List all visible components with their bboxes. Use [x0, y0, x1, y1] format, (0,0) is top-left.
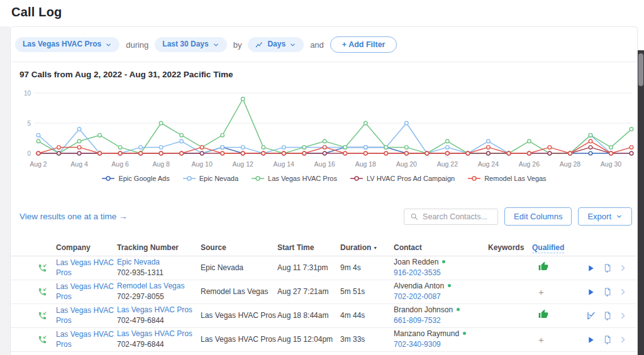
toolbar-right: Edit Columns Export [404, 207, 632, 226]
table-header-row: CompanyTracking NumberSourceStart TimeDu… [11, 239, 637, 256]
company-link[interactable]: Las Vegas HVAC Pros [56, 258, 117, 278]
sort-descending-icon: ▼ [373, 246, 377, 250]
search-contacts-input[interactable] [423, 212, 495, 221]
tracking-name-link[interactable]: Las Vegas HVAC Pros [117, 305, 201, 315]
legend-item-epic-nevada[interactable]: Epic Nevada [182, 175, 238, 182]
date-range-dropdown[interactable]: Last 30 Days [155, 37, 226, 52]
play-recording-icon[interactable] [586, 263, 596, 273]
left-gutter [0, 26, 10, 355]
svg-text:Aug 28: Aug 28 [560, 160, 580, 168]
date-range-value: Last 30 Days [162, 40, 208, 48]
play-recording-icon[interactable] [586, 287, 596, 297]
svg-text:Aug 22: Aug 22 [437, 160, 458, 168]
svg-text:Aug 12: Aug 12 [233, 160, 253, 168]
transcript-icon[interactable] [602, 263, 612, 273]
source-cell: Las Vegas HVAC Pros [201, 311, 277, 321]
column-header-duration[interactable]: Duration▼ [340, 243, 394, 252]
table-row[interactable]: Las Vegas HVAC Pros Epic Nevada 702-935-… [11, 256, 637, 280]
results-toolbar: View results one at a time → Edit Column… [19, 207, 632, 226]
granularity-dropdown[interactable]: Days [248, 37, 304, 52]
row-actions [586, 335, 637, 345]
tracking-name-link[interactable]: Remodel Las Vegas [117, 281, 201, 292]
tracking-name-link[interactable]: Epic Nevada [117, 258, 201, 268]
played-recording-icon[interactable] [586, 310, 596, 321]
column-header-contact[interactable]: Contact [394, 243, 488, 252]
legend-item-epic-google-ads[interactable]: Epic Google Ads [101, 175, 169, 182]
open-detail-chevron-icon[interactable] [619, 288, 627, 296]
legend-label: Remodel Las Vegas [484, 175, 546, 182]
mark-qualified-button[interactable]: + [538, 287, 544, 297]
scrollbar-thumb[interactable] [638, 53, 643, 86]
table-row[interactable]: Las Vegas HVAC Pros Las Vegas HVAC Pros … [11, 304, 637, 328]
add-filter-button[interactable]: + Add Filter [330, 36, 397, 53]
column-header-keywords[interactable]: Keywords [488, 243, 532, 252]
duration-cell: 3m 33s [340, 335, 394, 345]
svg-text:Aug 30: Aug 30 [601, 160, 621, 168]
call-log-table: CompanyTracking NumberSourceStart TimeDu… [11, 239, 637, 352]
svg-text:Aug 4: Aug 4 [70, 160, 88, 168]
scrollbar-track[interactable] [638, 50, 644, 355]
open-detail-chevron-icon[interactable] [619, 336, 627, 344]
legend-item-lv-hvac-pros-ad-campaign[interactable]: LV HVAC Pros Ad Campaign [350, 175, 455, 182]
duration-cell: 9m 4s [340, 263, 394, 273]
thumbs-up-icon[interactable] [538, 261, 548, 271]
open-detail-chevron-icon[interactable] [619, 312, 627, 320]
search-icon [410, 212, 418, 221]
row-actions [586, 263, 637, 273]
transcript-icon[interactable] [602, 287, 612, 297]
view-results-link[interactable]: View results one at a time → [19, 212, 128, 221]
company-filter-dropdown[interactable]: Las Vegas HVAC Pros [15, 37, 119, 52]
legend-marker-icon [182, 175, 196, 182]
legend-marker-icon [350, 175, 364, 182]
column-header-company[interactable]: Company [56, 243, 117, 252]
svg-text:5: 5 [27, 120, 31, 127]
incoming-call-icon [38, 287, 47, 297]
mark-qualified-button[interactable]: + [538, 334, 544, 345]
calls-chart: 0510Aug 2Aug 4Aug 6Aug 8Aug 10Aug 12Aug … [11, 83, 636, 171]
chart-legend: Epic Google AdsEpic NevadaLas Vegas HVAC… [11, 175, 637, 182]
column-header-source[interactable]: Source [201, 243, 277, 252]
transcript-icon[interactable] [602, 311, 612, 320]
contact-cell: Brandon Johnson 661-809-7532 [394, 305, 488, 325]
column-header-start-time[interactable]: Start Time [277, 243, 340, 252]
transcript-icon[interactable] [602, 335, 612, 344]
legend-marker-icon [251, 175, 265, 182]
column-header-qualified[interactable]: Qualified [532, 243, 586, 252]
qualified-cell: + [532, 334, 586, 346]
tracking-number: 702-935-1311 [117, 268, 201, 278]
page-title: Call Log [0, 0, 644, 19]
tracking-name-link[interactable]: Las Vegas HVAC Pros [117, 329, 201, 339]
company-link[interactable]: Las Vegas HVAC Pros [56, 282, 117, 302]
chevron-down-icon [289, 41, 296, 48]
qualified-cell: + [532, 261, 586, 275]
thumbs-up-icon[interactable] [538, 309, 548, 319]
incoming-call-icon [38, 263, 47, 273]
svg-text:Aug 6: Aug 6 [111, 160, 129, 168]
column-header-tracking-number[interactable]: Tracking Number [117, 243, 201, 252]
contact-cell: Joan Redden 916-202-3535 [394, 258, 488, 278]
chevron-down-icon [213, 41, 219, 48]
contact-number-link[interactable]: 916-202-3535 [394, 268, 488, 278]
table-row[interactable]: Las Vegas HVAC Pros Remodel Las Vegas 70… [11, 280, 637, 304]
contact-number-link[interactable]: 702-202-0087 [394, 292, 488, 302]
play-recording-icon[interactable] [586, 335, 596, 345]
company-link[interactable]: Las Vegas HVAC Pros [56, 306, 117, 325]
svg-text:10: 10 [24, 90, 31, 97]
table-row[interactable]: Las Vegas HVAC Pros Las Vegas HVAC Pros … [11, 328, 637, 352]
tracking-number: 702-479-6844 [117, 316, 201, 326]
start-time-cell: Aug 11 7:31pm [277, 263, 340, 273]
company-link[interactable]: Las Vegas HVAC Pros [56, 330, 117, 349]
export-button[interactable]: Export [578, 207, 632, 226]
chevron-down-icon [105, 41, 112, 48]
open-detail-chevron-icon[interactable] [619, 264, 627, 272]
contact-number-link[interactable]: 702-340-9309 [394, 340, 488, 350]
contact-number-link[interactable]: 661-809-7532 [394, 316, 488, 326]
legend-item-remodel-las-vegas[interactable]: Remodel Las Vegas [467, 175, 546, 182]
legend-item-las-vegas-hvac-pros[interactable]: Las Vegas HVAC Pros [251, 175, 337, 182]
call-type-cell [11, 335, 56, 344]
edit-columns-button[interactable]: Edit Columns [504, 207, 572, 226]
filter-conjunction-and: and [310, 40, 324, 50]
qualified-cell: + [532, 286, 586, 298]
company-cell: Las Vegas HVAC Pros [56, 258, 117, 278]
svg-text:Aug 18: Aug 18 [355, 160, 376, 168]
